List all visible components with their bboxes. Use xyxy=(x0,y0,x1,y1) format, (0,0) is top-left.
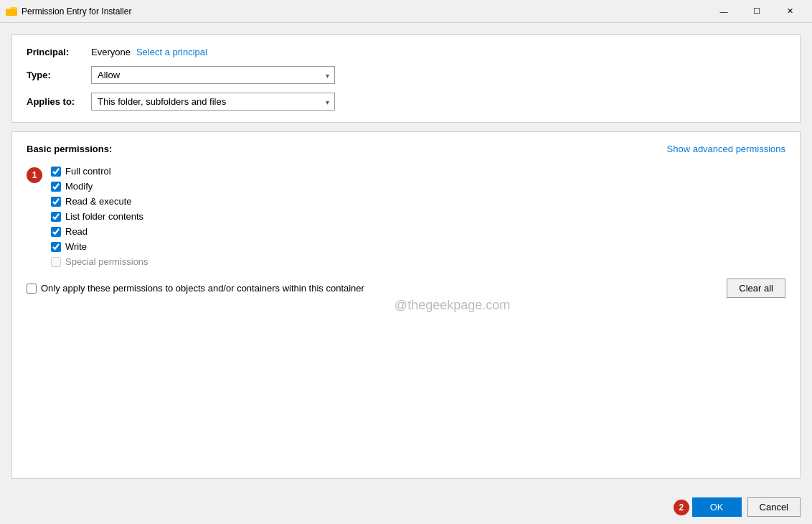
folder-icon xyxy=(6,6,17,17)
checkbox-read-execute[interactable] xyxy=(51,197,61,207)
label-special: Special permissions xyxy=(65,256,148,267)
label-read: Read xyxy=(65,226,88,237)
clear-all-button[interactable]: Clear all xyxy=(727,279,785,298)
checkboxes-list: Full control Modify Read & execute List … xyxy=(51,166,148,267)
principal-label: Principal: xyxy=(27,47,91,57)
checkbox-full-control[interactable] xyxy=(51,167,61,177)
checkbox-row-write: Write xyxy=(51,241,148,252)
checkbox-modify[interactable] xyxy=(51,182,61,192)
bottom-row: Only apply these permissions to objects … xyxy=(27,279,785,298)
applies-to-row: Applies to: This folder, subfolders and … xyxy=(27,93,785,111)
perms-body: 1 Full control Modify Read & execute xyxy=(27,166,785,267)
permissions-header: Basic permissions: Show advanced permiss… xyxy=(27,144,785,154)
applies-to-dropdown-wrapper: This folder, subfolders and files This f… xyxy=(91,93,335,111)
minimize-button[interactable]: — xyxy=(707,0,740,23)
checkbox-row-special: Special permissions xyxy=(51,256,148,267)
title-bar-controls: — ☐ ✕ xyxy=(707,0,806,23)
checkbox-list-folder[interactable] xyxy=(51,212,61,222)
applies-to-label: Applies to: xyxy=(27,96,91,107)
checkbox-read[interactable] xyxy=(51,227,61,237)
content-area: Principal: Everyone Select a principal T… xyxy=(0,23,812,490)
checkbox-row-list-folder: List folder contents xyxy=(51,211,148,222)
label-read-execute: Read & execute xyxy=(65,196,132,207)
footer: 2 OK Cancel xyxy=(0,490,812,524)
checkbox-row-read: Read xyxy=(51,226,148,237)
show-advanced-link[interactable]: Show advanced permissions xyxy=(667,144,785,154)
basic-perms-label: Basic permissions: xyxy=(27,144,112,154)
watermark: @thegeekpage.com xyxy=(395,298,510,313)
principal-row: Principal: Everyone Select a principal xyxy=(27,47,785,57)
label-write: Write xyxy=(65,241,87,252)
applies-to-select[interactable]: This folder, subfolders and files This f… xyxy=(91,93,335,111)
checkbox-row-modify: Modify xyxy=(51,181,148,192)
badge-1: 1 xyxy=(27,167,42,183)
footer-badge-wrap: 2 OK xyxy=(674,497,742,517)
type-row: Type: Allow Deny ▾ xyxy=(27,66,785,84)
top-panel: Principal: Everyone Select a principal T… xyxy=(11,34,801,123)
close-button[interactable]: ✕ xyxy=(773,0,806,23)
principal-value: Everyone xyxy=(91,47,131,57)
label-full-control: Full control xyxy=(65,166,111,177)
type-label: Type: xyxy=(27,70,91,80)
label-modify: Modify xyxy=(65,181,93,192)
only-apply-row: Only apply these permissions to objects … xyxy=(27,283,364,294)
checkbox-write[interactable] xyxy=(51,242,61,252)
permissions-panel: Basic permissions: Show advanced permiss… xyxy=(11,131,801,479)
checkbox-only-apply[interactable] xyxy=(27,284,37,294)
type-select[interactable]: Allow Deny xyxy=(91,66,335,84)
badge-2: 2 xyxy=(674,500,689,515)
svg-rect-0 xyxy=(6,9,17,16)
window-title: Permission Entry for Installer xyxy=(22,6,707,17)
checkbox-special xyxy=(51,257,61,267)
type-dropdown-wrapper: Allow Deny ▾ xyxy=(91,66,335,84)
select-principal-link[interactable]: Select a principal xyxy=(136,47,207,57)
window: Permission Entry for Installer — ☐ ✕ Pri… xyxy=(0,0,812,524)
cancel-button[interactable]: Cancel xyxy=(747,497,801,517)
checkbox-row-read-execute: Read & execute xyxy=(51,196,148,207)
ok-button[interactable]: OK xyxy=(692,497,742,517)
label-only-apply: Only apply these permissions to objects … xyxy=(41,283,364,294)
checkbox-row-full-control: Full control xyxy=(51,166,148,177)
maximize-button[interactable]: ☐ xyxy=(740,0,773,23)
label-list-folder: List folder contents xyxy=(65,211,143,222)
title-bar: Permission Entry for Installer — ☐ ✕ xyxy=(0,0,812,23)
